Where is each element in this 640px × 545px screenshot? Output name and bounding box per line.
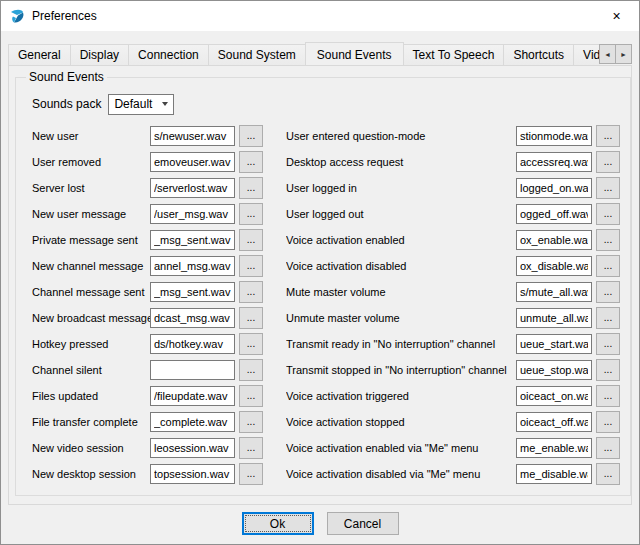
sound-file-input[interactable] <box>516 204 592 224</box>
sound-file-input[interactable] <box>150 204 235 224</box>
browse-button[interactable]: ... <box>596 437 620 459</box>
browse-button[interactable]: ... <box>239 307 263 329</box>
tab-general[interactable]: General <box>8 44 71 65</box>
browse-button[interactable]: ... <box>239 463 263 485</box>
sound-file-input[interactable] <box>150 282 235 302</box>
sound-event-row: Files updated... <box>32 383 274 409</box>
browse-button[interactable]: ... <box>239 333 263 355</box>
browse-button[interactable]: ... <box>239 437 263 459</box>
cancel-button[interactable]: Cancel <box>327 512 399 535</box>
sound-event-row: User removed... <box>32 149 274 175</box>
browse-button[interactable]: ... <box>239 255 263 277</box>
sound-event-label: Voice activation enabled via "Me" menu <box>286 442 516 454</box>
sound-event-label: User logged in <box>286 182 516 194</box>
sound-file-input[interactable] <box>150 386 235 406</box>
tab-scroll-left-button[interactable]: ◄ <box>599 44 616 64</box>
sounds-pack-combobox[interactable]: Default <box>108 94 174 115</box>
sound-file-input[interactable] <box>150 334 235 354</box>
ok-button[interactable]: Ok <box>242 512 314 535</box>
sound-file-input[interactable] <box>516 230 592 250</box>
sound-event-row: Voice activation disabled via "Me" menu.… <box>286 461 622 487</box>
tab-shortcuts[interactable]: Shortcuts <box>503 44 574 65</box>
browse-button[interactable]: ... <box>596 463 620 485</box>
browse-button[interactable]: ... <box>596 177 620 199</box>
browse-button[interactable]: ... <box>596 333 620 355</box>
sound-file-input[interactable] <box>516 386 592 406</box>
sound-event-label: Channel silent <box>32 364 150 376</box>
browse-button[interactable]: ... <box>239 125 263 147</box>
sound-file-input[interactable] <box>150 178 235 198</box>
sound-file-input[interactable] <box>516 152 592 172</box>
sound-event-row: Transmit ready in "No interruption" chan… <box>286 331 622 357</box>
browse-button[interactable]: ... <box>239 177 263 199</box>
groupbox-title: Sound Events <box>26 70 107 84</box>
browse-button[interactable]: ... <box>239 411 263 433</box>
tab-sound-events[interactable]: Sound Events <box>305 42 404 65</box>
sound-file-input[interactable] <box>150 230 235 250</box>
sound-event-label: Unmute master volume <box>286 312 516 324</box>
sound-file-input[interactable] <box>150 464 235 484</box>
browse-button[interactable]: ... <box>239 203 263 225</box>
sound-event-label: Private message sent <box>32 234 150 246</box>
sound-event-label: Mute master volume <box>286 286 516 298</box>
sound-event-row: Mute master volume... <box>286 279 622 305</box>
sound-file-input[interactable] <box>516 438 592 458</box>
sound-file-input[interactable] <box>516 334 592 354</box>
sound-file-input[interactable] <box>150 360 235 380</box>
browse-button[interactable]: ... <box>596 359 620 381</box>
browse-button[interactable]: ... <box>239 281 263 303</box>
browse-button[interactable]: ... <box>596 411 620 433</box>
sound-file-input[interactable] <box>516 412 592 432</box>
sound-file-input[interactable] <box>516 126 592 146</box>
browse-button[interactable]: ... <box>596 125 620 147</box>
browse-button[interactable]: ... <box>239 151 263 173</box>
sound-file-input[interactable] <box>516 256 592 276</box>
sound-file-input[interactable] <box>150 152 235 172</box>
sound-file-input[interactable] <box>150 412 235 432</box>
sound-file-input[interactable] <box>516 282 592 302</box>
sound-event-label: User removed <box>32 156 150 168</box>
sounds-pack-selected-value: Default <box>114 97 152 111</box>
browse-button[interactable]: ... <box>596 203 620 225</box>
sound-event-row: File transfer complete... <box>32 409 274 435</box>
sound-event-row: Server lost... <box>32 175 274 201</box>
tab-text-to-speech[interactable]: Text To Speech <box>403 44 505 65</box>
browse-button[interactable]: ... <box>596 307 620 329</box>
sound-event-label: New video session <box>32 442 150 454</box>
sound-event-row: Channel message sent... <box>32 279 274 305</box>
close-icon: × <box>612 8 620 24</box>
sound-file-input[interactable] <box>516 308 592 328</box>
sound-file-input[interactable] <box>150 126 235 146</box>
browse-button[interactable]: ... <box>239 229 263 251</box>
arrow-left-icon: ◄ <box>604 51 611 58</box>
dialog-buttons: Ok Cancel <box>1 512 639 535</box>
browse-button[interactable]: ... <box>596 151 620 173</box>
close-button[interactable]: × <box>594 2 639 31</box>
sound-file-input[interactable] <box>516 178 592 198</box>
browse-button[interactable]: ... <box>596 281 620 303</box>
tab-area: General Display Connection Sound System … <box>1 41 639 505</box>
browse-button[interactable]: ... <box>239 359 263 381</box>
sound-events-groupbox: Sound Events Sounds pack Default New use… <box>15 70 631 496</box>
sound-file-input[interactable] <box>150 256 235 276</box>
sound-file-input[interactable] <box>516 464 592 484</box>
tab-video[interactable]: Video <box>573 44 600 65</box>
sound-file-input[interactable] <box>150 438 235 458</box>
browse-button[interactable]: ... <box>596 385 620 407</box>
sound-event-row: Voice activation stopped... <box>286 409 622 435</box>
browse-button[interactable]: ... <box>596 255 620 277</box>
tab-display[interactable]: Display <box>70 44 129 65</box>
sound-event-label: Transmit ready in "No interruption" chan… <box>286 338 516 350</box>
sound-event-row: Desktop access request... <box>286 149 622 175</box>
sound-event-row: Voice activation enabled... <box>286 227 622 253</box>
app-logo-icon <box>9 8 26 25</box>
sound-file-input[interactable] <box>516 360 592 380</box>
tab-sound-system[interactable]: Sound System <box>208 44 306 65</box>
sound-file-input[interactable] <box>150 308 235 328</box>
browse-button[interactable]: ... <box>239 385 263 407</box>
tab-connection[interactable]: Connection <box>128 44 209 65</box>
sounds-pack-row: Sounds pack Default <box>32 93 622 115</box>
sound-event-label: Voice activation enabled <box>286 234 516 246</box>
tab-scroll-right-button[interactable]: ► <box>615 44 632 64</box>
browse-button[interactable]: ... <box>596 229 620 251</box>
